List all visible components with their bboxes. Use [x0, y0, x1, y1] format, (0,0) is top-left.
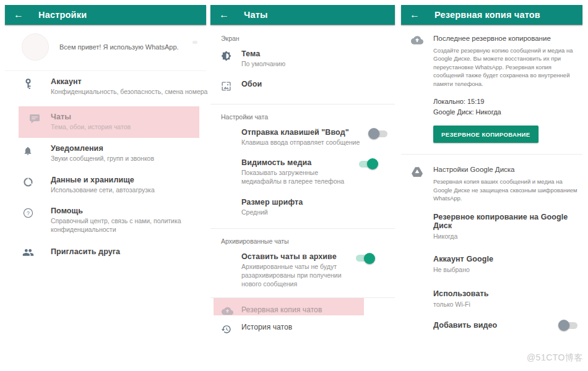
gdrive-settings-section: Настройки Google Диска Резервная копия в…: [401, 155, 582, 202]
cloud-upload-icon: [401, 35, 433, 45]
media-visibility-toggle[interactable]: [359, 161, 376, 168]
row-title: Обои: [241, 80, 387, 88]
wallpaper-row[interactable]: Обои: [210, 69, 395, 104]
row-title: Резервное копирование на Google Диск: [433, 213, 582, 230]
media-visibility-row[interactable]: Видимость медиа Показывать загруженные м…: [210, 147, 395, 186]
enter-send-row[interactable]: Отправка клавишей "Ввод" Клавиша ввода о…: [210, 121, 395, 147]
row-subtitle: Никогда: [433, 232, 582, 241]
row-title: Резервная копия чатов: [241, 305, 357, 314]
sidebar-item-account[interactable]: Аккаунт Конфиденциальность, безопасность…: [5, 71, 206, 103]
row-title: Тема: [241, 49, 387, 58]
invite-people-icon: [5, 247, 51, 256]
row-title: Использовать: [433, 289, 582, 298]
item-subtitle: Тема, обои, история чатов: [51, 123, 194, 132]
settings-appbar: ← Настройки: [5, 5, 206, 25]
item-title: Аккаунт: [51, 77, 201, 86]
row-title: История чатов: [241, 323, 387, 331]
row-title: Отправка клавишей "Ввод": [241, 128, 370, 137]
gdrive-backup-frequency-row[interactable]: Резервное копирование на Google Диск Ник…: [401, 203, 582, 241]
avatar[interactable]: [22, 33, 49, 61]
chats-appbar: ← Чаты: [210, 5, 395, 25]
page-title: Настройки: [38, 10, 87, 20]
data-usage-icon: [5, 176, 51, 187]
backup-network-row[interactable]: Использовать только Wi-Fi: [401, 275, 582, 309]
item-subtitle: Использование сети, автозагрузка: [51, 186, 201, 195]
row-subtitle: Средний: [241, 208, 387, 217]
google-account-row[interactable]: Аккаунт Google Не выбрано: [401, 241, 582, 275]
back-arrow-icon[interactable]: ←: [219, 10, 229, 20]
wallpaper-icon: [210, 80, 241, 92]
theme-icon: [210, 49, 241, 61]
key-icon: [5, 77, 51, 90]
back-arrow-icon[interactable]: ←: [14, 10, 24, 20]
font-size-row[interactable]: Размер шрифта Средний: [210, 186, 395, 228]
row-subtitle: Показывать загруженные медиафайлы в гале…: [241, 169, 359, 186]
profile-row[interactable]: Всем привет! Я использую WhatsApp.: [5, 25, 206, 70]
sidebar-item-data-storage[interactable]: Данные и хранилище Использование сети, а…: [5, 169, 206, 201]
item-title: Пригласить друга: [51, 247, 201, 256]
section-title: Последнее резервное копирование: [433, 35, 577, 42]
sidebar-item-notifications[interactable]: Уведомления Звуки сообщений, групп и зво…: [5, 138, 206, 169]
sidebar-item-help[interactable]: ? Помощь Справочный центр, связь с нами,…: [5, 200, 206, 241]
include-videos-toggle[interactable]: [560, 322, 577, 329]
gdrive-backup-time: Google Диск: Никогда: [433, 108, 577, 116]
row-title: Добавить видео: [433, 321, 560, 330]
help-icon: ?: [5, 207, 51, 218]
section-chat-settings-label: Настройки чата: [210, 104, 395, 121]
row-subtitle: По умолчанию: [241, 60, 387, 69]
row-subtitle: Клавиша ввода отправляет сообщение: [241, 139, 370, 147]
row-subtitle: только Wi-Fi: [433, 301, 582, 309]
qr-code-icon[interactable]: [192, 41, 197, 44]
item-title: Помощь: [51, 207, 190, 215]
page-title: Чаты: [244, 10, 268, 20]
keep-archived-row[interactable]: Оставить чаты в архиве Архивированные ча…: [210, 245, 395, 297]
sidebar-item-invite-friend[interactable]: Пригласить друга: [5, 241, 206, 262]
keep-archived-toggle[interactable]: [356, 255, 373, 262]
section-archived-label: Архивированные чаты: [210, 229, 395, 245]
backup-button[interactable]: РЕЗЕРВНОЕ КОПИРОВАНИЕ: [433, 126, 538, 143]
item-subtitle: Звуки сообщений, групп и звонков: [51, 155, 201, 163]
settings-screen: ← Настройки Всем привет! Я использую Wha…: [5, 5, 206, 262]
cloud-upload-icon: [214, 305, 241, 315]
chat-backup-row-highlighted[interactable]: Резервная копия чатов: [214, 298, 364, 315]
google-drive-icon: [401, 166, 433, 177]
include-videos-row[interactable]: Добавить видео: [401, 309, 582, 330]
profile-status: Всем привет! Я использую WhatsApp.: [59, 43, 179, 51]
chat-bubble-icon: [19, 113, 51, 124]
row-subtitle: Архивированные чаты не будут разархивиро…: [241, 263, 356, 289]
page-title: Резервная копия чатов: [435, 10, 540, 20]
local-backup-time: Локально: 15:19: [433, 98, 577, 105]
last-backup-section: Последнее резервное копирование Создайте…: [401, 25, 582, 143]
backup-appbar: ← Резервная копия чатов: [401, 5, 582, 25]
item-subtitle: Справочный центр, связь с нами, политика…: [51, 217, 190, 234]
item-title: Чаты: [51, 113, 194, 121]
row-title: Размер шрифта: [241, 198, 387, 207]
sidebar-item-chats-highlighted[interactable]: Чаты Тема, обои, история чатов: [19, 106, 199, 138]
row-title: Оставить чаты в архиве: [241, 252, 356, 261]
row-title: Видимость медиа: [241, 158, 359, 167]
enter-send-toggle[interactable]: [370, 130, 387, 137]
gdrive-description: Резервная копия ваших сообщений и медиа …: [433, 177, 577, 202]
bell-icon: [5, 144, 51, 156]
row-title: Аккаунт Google: [433, 255, 582, 263]
chat-history-row[interactable]: История чатов: [210, 315, 395, 335]
row-subtitle: Не выбрано: [433, 266, 582, 275]
item-subtitle: Конфиденциальность, безопасность, смена …: [51, 88, 201, 96]
theme-row[interactable]: Тема По умолчанию: [210, 42, 395, 69]
back-arrow-icon[interactable]: ←: [410, 10, 420, 20]
history-icon: [210, 323, 241, 335]
item-title: Данные и хранилище: [51, 176, 201, 184]
chats-settings-screen: ← Чаты Экран Тема По умолчанию Обои Наст…: [210, 5, 395, 335]
chat-backup-screen: ← Резервная копия чатов Последнее резерв…: [401, 5, 582, 330]
item-title: Уведомления: [51, 144, 201, 153]
section-title: Настройки Google Диска: [433, 166, 577, 173]
watermark: @51CTO博客: [527, 352, 583, 364]
svg-text:?: ?: [27, 210, 30, 216]
section-screen-label: Экран: [210, 25, 395, 42]
backup-description: Создайте резервную копию сообщений и мед…: [433, 46, 577, 88]
